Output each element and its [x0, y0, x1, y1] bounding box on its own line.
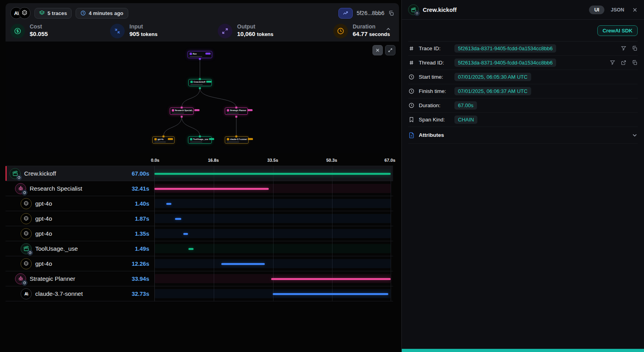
stat-label: Duration: [353, 23, 390, 30]
span-bar[interactable]: [175, 218, 182, 220]
traces-count-badge[interactable]: 5 traces: [34, 8, 72, 19]
strategic-node-icon: [227, 109, 229, 112]
connector-dot: [199, 58, 201, 60]
span-row-crew-kickoff[interactable]: Crew.kickoff 67.00s: [6, 166, 393, 181]
span-name: Strategic Planner: [30, 275, 75, 282]
trace-id-short: 5f26...8bb6: [357, 10, 384, 16]
graph-node-toolusage[interactable]: ToolUsage._use: [188, 136, 212, 144]
clock-icon: [80, 10, 86, 16]
bookmark-icon: [408, 117, 415, 123]
start-time-value: 07/01/2025, 06:05:30 AM UTC: [454, 73, 531, 81]
open-thread-button[interactable]: [621, 60, 627, 66]
span-name: Crew.kickoff: [24, 170, 56, 177]
expand-graph-button[interactable]: [385, 45, 395, 55]
span-row-gpt-4o[interactable]: gpt-4o 12.26s: [6, 256, 393, 271]
filter-by-trace-button[interactable]: [621, 45, 627, 51]
thread-id-value: 5f2613da-8371-9405-fcdd-0a1534cc8bb6: [454, 59, 556, 67]
trace-graph-canvas[interactable]: Run Crew.kickoff Research Speciali... St…: [6, 42, 399, 153]
close-panel-button[interactable]: [632, 7, 638, 13]
attributes-section-toggle[interactable]: Attributes: [408, 127, 638, 144]
research-node-icon: [172, 109, 174, 112]
stat-value: 905: [129, 30, 139, 37]
close-graph-button[interactable]: [372, 45, 383, 55]
agentops-badge-icon: [414, 11, 420, 16]
copy-thread-id-button[interactable]: [632, 60, 638, 66]
connector-dot: [236, 116, 237, 118]
span-duration: 1.40s: [135, 201, 154, 207]
chevron-down-icon[interactable]: [632, 132, 638, 138]
gpt-node-badge: [168, 138, 173, 140]
copy-icon: [388, 10, 394, 16]
span-row-toolusage[interactable]: ToolUsage._use 1.49s: [6, 241, 393, 256]
span-timeline: [154, 211, 393, 226]
span-bar[interactable]: [183, 233, 188, 235]
clock-icon: [408, 74, 415, 80]
close-icon: [632, 7, 638, 13]
span-timeline: [154, 196, 393, 211]
graph-node-run[interactable]: Run: [188, 51, 212, 58]
graph-node-crew-kickoff[interactable]: Crew.kickoff: [188, 79, 212, 86]
span-row-claude[interactable]: A\ claude-3.7-sonnet 32.73s: [6, 286, 393, 301]
span-timeline: [154, 166, 393, 181]
external-link-icon: [621, 60, 627, 66]
arrows-in-icon: [110, 24, 125, 38]
graph-node-strategic-planner[interactable]: Strategic Planner: [225, 108, 248, 115]
panel-header: Crew.kickoff UI JSON: [402, 0, 644, 20]
claude-node-icon: [227, 138, 229, 140]
crewai-icon: [9, 168, 21, 179]
openai-logo-icon: [19, 7, 30, 19]
gpt-node-icon: [154, 138, 157, 140]
span-timeline: [154, 271, 393, 286]
openai-logo-icon: [21, 228, 32, 239]
anthropic-logo-icon: A\: [21, 288, 32, 299]
graph-node-gpt-4o[interactable]: gpt-4o: [152, 136, 175, 144]
crew-node-subtext: [190, 84, 203, 85]
crew-node-badge: [206, 81, 211, 83]
hash-icon: [408, 60, 415, 66]
graph-node-research-specialist[interactable]: Research Speciali...: [170, 108, 194, 115]
trace-metrics-button[interactable]: [338, 8, 353, 19]
field-start-time: Start time: 07/01/2025, 06:05:30 AM UTC: [408, 70, 638, 84]
field-span-kind: Span Kind: CHAIN: [408, 113, 638, 127]
connector-dot: [236, 136, 237, 138]
span-bar[interactable]: [188, 248, 194, 250]
span-row-strategic-planner[interactable]: Strategic Planner 33.94s: [6, 271, 393, 286]
collapse-stats-button[interactable]: [386, 26, 391, 32]
clock-icon: [408, 88, 415, 94]
graph-node-claude[interactable]: claude-3.7-sonnet: [225, 136, 249, 144]
tool-node-icon: [190, 138, 192, 140]
span-bar[interactable]: [271, 278, 391, 280]
trending-icon: [342, 10, 349, 16]
gpt-node-subtext: [154, 142, 166, 143]
connector-dot: [199, 136, 201, 138]
stat-value: 10,060: [237, 30, 255, 37]
waterfall-rows: Crew.kickoff 67.00s Research Specialist …: [6, 166, 393, 301]
agentops-badge-icon: [22, 190, 27, 195]
panel-title: Crew.kickoff: [423, 7, 457, 13]
span-bar[interactable]: [221, 263, 264, 265]
copy-trace-id-button[interactable]: [632, 45, 638, 51]
tab-ui[interactable]: UI: [589, 6, 604, 14]
filter-by-thread-button[interactable]: [610, 60, 616, 66]
span-bar[interactable]: [166, 203, 171, 205]
tab-json[interactable]: JSON: [611, 7, 624, 13]
span-row-gpt-4o[interactable]: gpt-4o 1.40s: [6, 196, 393, 211]
span-bar[interactable]: [273, 293, 388, 295]
span-row-gpt-4o[interactable]: gpt-4o 1.87s: [6, 211, 393, 226]
span-row-gpt-4o[interactable]: gpt-4o 1.35s: [6, 226, 393, 241]
span-row-research-specialist[interactable]: Research Specialist 32.41s: [6, 181, 393, 196]
span-duration: 32.73s: [132, 291, 154, 297]
research-node-subtext: [172, 113, 184, 114]
agentops-badge-icon: [27, 250, 33, 255]
stat-duration: Duration 64.77seconds: [333, 23, 390, 38]
span-bar[interactable]: [154, 188, 269, 190]
connector-dot: [181, 107, 183, 109]
span-bar[interactable]: [154, 173, 391, 175]
axis-tick: 67.0s: [384, 158, 395, 163]
clock-icon: [408, 102, 415, 108]
field-trace-id: Trace ID: 5f2613da-8371-9405-fcdd-0a1534…: [408, 42, 638, 56]
copy-trace-id-button[interactable]: [388, 10, 394, 16]
span-duration: 67.00s: [132, 170, 154, 177]
time-ago-badge[interactable]: 4 minutes ago: [76, 8, 128, 19]
hash-icon: [408, 45, 415, 51]
